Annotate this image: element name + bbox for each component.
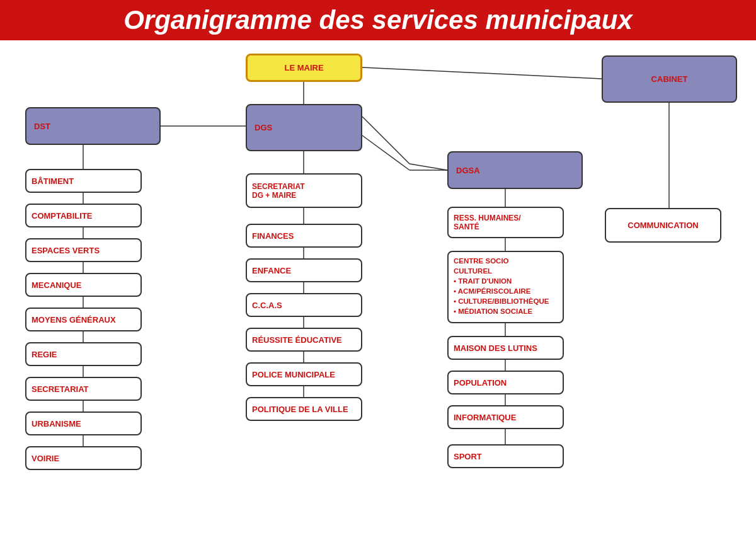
mecanique-label: MECANIQUE [32, 280, 81, 290]
voirie-label: VOIRIE [32, 454, 59, 463]
maison-lutins-box: MAISON DES LUTINS [447, 336, 564, 360]
page-header: Organigramme des services municipaux [0, 0, 756, 40]
ccas-box: C.C.A.S [246, 293, 362, 317]
population-label: POPULATION [454, 378, 507, 388]
batiment-box: BÂTIMENT [25, 169, 142, 193]
sport-box: SPORT [447, 444, 564, 468]
ress-humaines-box: RESS. HUMAINES/ SANTÉ [447, 207, 564, 238]
moyens-generaux-label: MOYENS GÉNÉRAUX [32, 315, 116, 325]
comptabilite-box: COMPTABILITE [25, 204, 142, 227]
ress-humaines-label: RESS. HUMAINES/ SANTÉ [454, 214, 521, 231]
le-maire-box: LE MAIRE [246, 54, 362, 82]
mecanique-box: MECANIQUE [25, 273, 142, 297]
finances-label: FINANCES [252, 231, 294, 241]
centre-socio-box: CENTRE SOCIO CULTUREL • TRAIT D'UNION • … [447, 251, 564, 323]
secretariat-box: SECRETARIAT [25, 377, 142, 401]
regie-box: REGIE [25, 342, 142, 366]
dgsa-box: DGSA [447, 151, 583, 189]
informatique-box: INFORMATIQUE [447, 405, 564, 429]
espaces-verts-label: ESPACES VERTS [32, 246, 100, 255]
svg-line-5 [410, 164, 447, 170]
politique-box: POLITIQUE DE LA VILLE [246, 397, 362, 421]
reussite-box: RÉUSSITE ÉDUCATIVE [246, 328, 362, 352]
comptabilite-label: COMPTABILITE [32, 211, 93, 221]
dst-label: DST [34, 122, 50, 131]
dgs-box: DGS [246, 104, 362, 151]
voirie-box: VOIRIE [25, 446, 142, 470]
moyens-generaux-box: MOYENS GÉNÉRAUX [25, 308, 142, 331]
dgs-label: DGS [255, 123, 272, 132]
secretariat-label: SECRETARIAT [32, 384, 89, 394]
secretariat-dg-label: SECRETARIAT DG + MAIRE [252, 182, 305, 200]
urbanisme-label: URBANISME [32, 419, 81, 429]
reussite-label: RÉUSSITE ÉDUCATIVE [252, 335, 342, 345]
espaces-verts-box: ESPACES VERTS [25, 238, 142, 262]
regie-label: REGIE [32, 350, 57, 359]
svg-line-4 [362, 135, 410, 170]
dgsa-label: DGSA [456, 166, 480, 175]
population-box: POPULATION [447, 371, 564, 394]
finances-box: FINANCES [246, 224, 362, 248]
enfance-box: ENFANCE [246, 258, 362, 282]
svg-line-0 [362, 67, 602, 79]
ccas-label: C.C.A.S [252, 301, 282, 310]
centre-socio-label: CENTRE SOCIO CULTUREL • TRAIT D'UNION • … [454, 257, 549, 315]
secretariat-dg-box: SECRETARIAT DG + MAIRE [246, 173, 362, 208]
svg-line-3 [362, 117, 410, 164]
police-box: POLICE MUNICIPALE [246, 362, 362, 386]
dst-box: DST [25, 107, 161, 145]
enfance-label: ENFANCE [252, 266, 291, 275]
urbanisme-box: URBANISME [25, 411, 142, 435]
communication-label: COMMUNICATION [627, 221, 698, 230]
police-label: POLICE MUNICIPALE [252, 370, 335, 379]
communication-box: COMMUNICATION [605, 208, 721, 243]
informatique-label: INFORMATIQUE [454, 413, 516, 422]
maison-lutins-label: MAISON DES LUTINS [454, 343, 537, 353]
cabinet-box: CABINET [602, 55, 737, 103]
politique-label: POLITIQUE DE LA VILLE [252, 405, 348, 414]
batiment-label: BÂTIMENT [32, 176, 74, 186]
sport-label: SPORT [454, 452, 482, 461]
cabinet-label: CABINET [651, 74, 688, 84]
page-title: Organigramme des services municipaux [13, 5, 743, 35]
le-maire-label: LE MAIRE [284, 63, 323, 72]
